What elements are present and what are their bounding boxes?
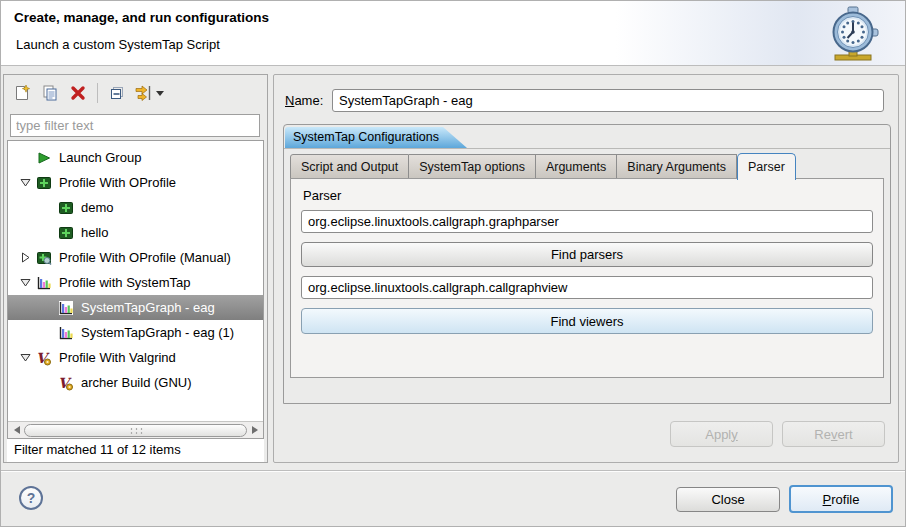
viewer-id-input[interactable] [301, 276, 873, 299]
parser-id-input[interactable] [301, 210, 873, 233]
tree-item-hello[interactable]: hello [8, 220, 263, 245]
group-tab[interactable]: SystemTap Configurations [285, 127, 467, 148]
page-subtitle: Launch a custom SystemTap Script [16, 37, 220, 52]
footer-separator [1, 470, 905, 472]
page-title: Create, manage, and run configurations [14, 10, 269, 25]
parser-tab-content: Parser Find parsers Find viewers [290, 178, 884, 378]
toolbar-separator [97, 83, 98, 103]
question-mark-icon: ? [27, 490, 36, 506]
scrollbar-thumb[interactable] [24, 424, 247, 437]
scroll-left-icon[interactable] [9, 423, 24, 438]
delete-config-icon [70, 85, 86, 101]
oprofile-icon [58, 225, 74, 241]
expander-expanded-icon[interactable] [14, 178, 36, 187]
scroll-right-icon[interactable] [247, 423, 262, 438]
expander-expanded-icon[interactable] [14, 278, 36, 287]
profile-button[interactable]: Profile [789, 485, 893, 513]
filter-status-label: Filter matched 11 of 12 items [7, 439, 264, 462]
valgrind-icon: V [36, 350, 52, 366]
parser-section-label: Parser [303, 188, 341, 203]
systemtap-chart-icon [58, 300, 74, 316]
tree-item-launch-group[interactable]: Launch Group [8, 145, 263, 170]
tree-item-systemtapgraph-eag-1[interactable]: SystemTapGraph - eag (1) [8, 320, 263, 345]
oprofile-manual-icon [36, 250, 52, 266]
find-parsers-button[interactable]: Find parsers [301, 242, 873, 267]
tree-item-label: archer Build (GNU) [81, 375, 192, 390]
tree-item-label: Launch Group [59, 150, 141, 165]
collapse-all-icon [108, 84, 126, 102]
collapse-all-button[interactable] [103, 80, 131, 106]
tab-script-and-output[interactable]: Script and Output [290, 154, 409, 179]
launch-configuration-dialog: { "header": { "title": "Create, manage, … [0, 0, 906, 527]
filter-configs-icon [134, 84, 168, 102]
systemtap-configurations-group: SystemTap Configurations Script and Outp… [283, 124, 891, 404]
group-tab-underline [284, 148, 890, 149]
oprofile-icon [58, 200, 74, 216]
duplicate-config-button[interactable] [36, 80, 64, 106]
oprofile-icon [36, 175, 52, 191]
tree-item-demo[interactable]: demo [8, 195, 263, 220]
tree-item-systemtapgraph-eag[interactable]: SystemTapGraph - eag [8, 295, 263, 320]
close-button[interactable]: Close [676, 487, 780, 512]
scrollbar-grip [129, 427, 143, 434]
tree-item-label: Profile with SystemTap [59, 275, 191, 290]
new-config-button[interactable] [8, 80, 36, 106]
systemtap-chart-icon [58, 325, 74, 341]
tree-item-label: Profile With OProfile [59, 175, 176, 190]
revert-button[interactable]: Revert [782, 421, 885, 447]
name-input[interactable] [332, 89, 884, 112]
tree-item-profile-oprofile[interactable]: Profile With OProfile [8, 170, 263, 195]
header-banner: Create, manage, and run configurations L… [1, 1, 905, 66]
tree-item-label: Profile With OProfile (Manual) [59, 250, 231, 265]
config-tab-bar: Script and Output SystemTap options Argu… [290, 152, 796, 179]
filter-configs-button[interactable] [131, 80, 171, 106]
valgrind-icon: V [58, 375, 74, 391]
name-label: Name: [285, 93, 323, 108]
tab-systemtap-options[interactable]: SystemTap options [409, 154, 536, 179]
configuration-detail-panel: Name: SystemTap Configurations Script an… [273, 74, 899, 463]
apply-button[interactable]: Apply [670, 421, 773, 447]
configurations-sidebar: Launch Group Profile With OProfile [3, 74, 268, 463]
tree-item-label: hello [81, 225, 108, 240]
new-config-icon [13, 84, 31, 102]
duplicate-config-icon [41, 84, 59, 102]
systemtap-chart-icon [36, 275, 52, 291]
tree-item-label: Profile With Valgrind [59, 350, 176, 365]
help-button[interactable]: ? [19, 486, 43, 510]
expander-expanded-icon[interactable] [14, 353, 36, 362]
stopwatch-icon [825, 5, 881, 63]
tab-binary-arguments[interactable]: Binary Arguments [617, 154, 737, 179]
tree-item-archer-build[interactable]: V archer Build (GNU) [8, 370, 263, 395]
tree-item-label: SystemTapGraph - eag (1) [81, 325, 234, 340]
expander-collapsed-icon[interactable] [14, 252, 36, 263]
tree-item-profile-valgrind[interactable]: V Profile With Valgrind [8, 345, 263, 370]
tree-item-profile-systemtap[interactable]: Profile with SystemTap [8, 270, 263, 295]
horizontal-scrollbar[interactable] [8, 421, 263, 438]
sidebar-toolbar [8, 78, 171, 108]
tree-item-label: demo [81, 200, 114, 215]
delete-config-button[interactable] [64, 80, 92, 106]
tree-item-label: SystemTapGraph - eag [81, 300, 215, 315]
find-viewers-button[interactable]: Find viewers [301, 308, 873, 334]
tab-arguments[interactable]: Arguments [536, 154, 617, 179]
tab-parser[interactable]: Parser [737, 153, 796, 180]
filter-input[interactable] [10, 114, 260, 137]
tree-item-profile-oprofile-manual[interactable]: Profile With OProfile (Manual) [8, 245, 263, 270]
launch-group-icon [36, 150, 52, 166]
configurations-tree: Launch Group Profile With OProfile [7, 140, 264, 439]
